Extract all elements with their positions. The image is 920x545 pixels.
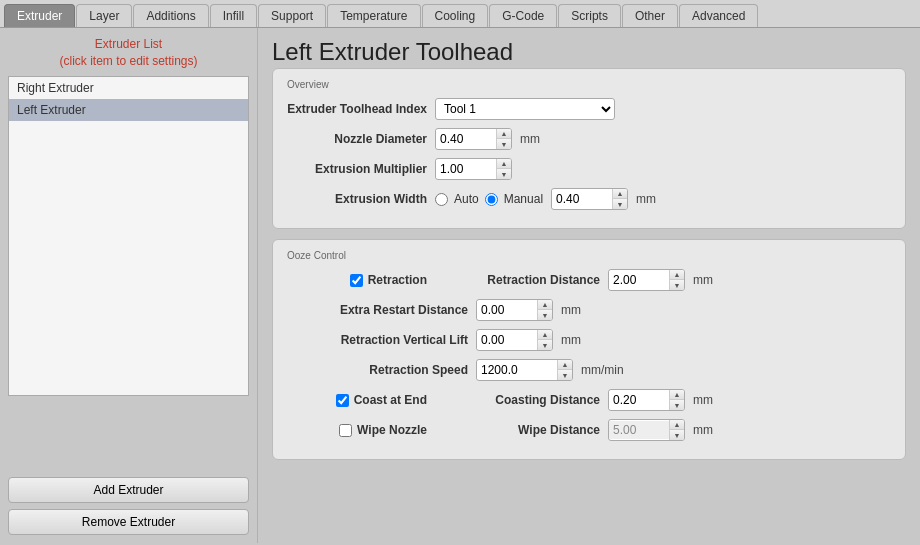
extruder-item-left[interactable]: Left Extruder xyxy=(9,99,248,121)
extrusion-width-label: Extrusion Width xyxy=(287,192,427,206)
coasting-distance-spinners: ▲ ▼ xyxy=(669,390,684,410)
retraction-checkbox[interactable] xyxy=(350,274,363,287)
tab-gcode[interactable]: G-Code xyxy=(489,4,557,27)
coasting-distance-up[interactable]: ▲ xyxy=(670,390,684,400)
retraction-row: Retraction Retraction Distance ▲ ▼ mm xyxy=(287,269,891,291)
toolhead-index-row: Extruder Toolhead Index Tool 1 Tool 2 xyxy=(287,98,891,120)
nozzle-diameter-label: Nozzle Diameter xyxy=(287,132,427,146)
tab-additions[interactable]: Additions xyxy=(133,4,208,27)
extrusion-multiplier-down[interactable]: ▼ xyxy=(497,169,511,179)
retraction-speed-input[interactable] xyxy=(477,361,557,379)
manual-radio[interactable] xyxy=(485,193,498,206)
tab-cooling[interactable]: Cooling xyxy=(422,4,489,27)
retraction-distance-up[interactable]: ▲ xyxy=(670,270,684,280)
coasting-distance-down[interactable]: ▼ xyxy=(670,400,684,410)
auto-radio[interactable] xyxy=(435,193,448,206)
add-extruder-button[interactable]: Add Extruder xyxy=(8,477,249,503)
nozzle-diameter-input[interactable] xyxy=(436,130,496,148)
wipe-nozzle-row: Wipe Nozzle Wipe Distance ▲ ▼ mm xyxy=(287,419,891,441)
retraction-speed-unit: mm/min xyxy=(581,363,624,377)
tab-advanced[interactable]: Advanced xyxy=(679,4,758,27)
wipe-distance-spinners: ▲ ▼ xyxy=(669,420,684,440)
extrusion-width-radio-group: Auto Manual xyxy=(435,192,543,206)
wipe-distance-up[interactable]: ▲ xyxy=(670,420,684,430)
extrusion-width-row: Extrusion Width Auto Manual ▲ ▼ mm xyxy=(287,188,891,210)
sidebar-buttons: Add Extruder Remove Extruder xyxy=(8,477,249,535)
retraction-distance-input[interactable] xyxy=(609,271,669,289)
retraction-vertical-unit: mm xyxy=(561,333,581,347)
retraction-speed-down[interactable]: ▼ xyxy=(558,370,572,380)
nozzle-diameter-spinners: ▲ ▼ xyxy=(496,129,511,149)
sidebar-subtitle: (click item to edit settings) xyxy=(8,53,249,70)
extrusion-multiplier-row: Extrusion Multiplier ▲ ▼ xyxy=(287,158,891,180)
retraction-vertical-up[interactable]: ▲ xyxy=(538,330,552,340)
wipe-distance-label: Wipe Distance xyxy=(435,423,600,437)
toolhead-index-label: Extruder Toolhead Index xyxy=(287,102,427,116)
retraction-checkbox-label[interactable]: Retraction xyxy=(287,273,427,287)
extra-restart-up[interactable]: ▲ xyxy=(538,300,552,310)
coasting-distance-input[interactable] xyxy=(609,391,669,409)
wipe-nozzle-checkbox[interactable] xyxy=(339,424,352,437)
extrusion-width-input-wrapper: ▲ ▼ xyxy=(551,188,628,210)
extra-restart-input[interactable] xyxy=(477,301,537,319)
nozzle-diameter-unit: mm xyxy=(520,132,540,146)
extrusion-width-down[interactable]: ▼ xyxy=(613,199,627,209)
extrusion-multiplier-label: Extrusion Multiplier xyxy=(287,162,427,176)
coast-at-end-row: Coast at End Coasting Distance ▲ ▼ mm xyxy=(287,389,891,411)
retraction-vertical-down[interactable]: ▼ xyxy=(538,340,552,350)
wipe-distance-input[interactable] xyxy=(609,421,669,439)
retraction-speed-up[interactable]: ▲ xyxy=(558,360,572,370)
wipe-distance-down[interactable]: ▼ xyxy=(670,430,684,440)
wipe-distance-wrapper: ▲ ▼ xyxy=(608,419,685,441)
tab-temperature[interactable]: Temperature xyxy=(327,4,420,27)
coasting-distance-wrapper: ▲ ▼ xyxy=(608,389,685,411)
nozzle-diameter-input-wrapper: ▲ ▼ xyxy=(435,128,512,150)
extruder-item-right[interactable]: Right Extruder xyxy=(9,77,248,99)
coast-at-end-checkbox[interactable] xyxy=(336,394,349,407)
retraction-vertical-spinners: ▲ ▼ xyxy=(537,330,552,350)
extruder-list: Right Extruder Left Extruder xyxy=(8,76,249,396)
coasting-distance-label: Coasting Distance xyxy=(435,393,600,407)
retraction-vertical-label: Retraction Vertical Lift xyxy=(303,333,468,347)
extra-restart-label: Extra Restart Distance xyxy=(303,303,468,317)
extrusion-multiplier-up[interactable]: ▲ xyxy=(497,159,511,169)
tab-extruder[interactable]: Extruder xyxy=(4,4,75,27)
tab-scripts[interactable]: Scripts xyxy=(558,4,621,27)
overview-label: Overview xyxy=(287,79,891,90)
page-title: Left Extruder Toolhead xyxy=(272,38,906,66)
retraction-vertical-wrapper: ▲ ▼ xyxy=(476,329,553,351)
ooze-control-section: Ooze Control Retraction Retraction Dista… xyxy=(272,239,906,460)
coast-at-end-checkbox-label[interactable]: Coast at End xyxy=(287,393,427,407)
extrusion-width-unit: mm xyxy=(636,192,656,206)
remove-extruder-button[interactable]: Remove Extruder xyxy=(8,509,249,535)
coasting-distance-unit: mm xyxy=(693,393,713,407)
retraction-vertical-input[interactable] xyxy=(477,331,537,349)
tab-infill[interactable]: Infill xyxy=(210,4,257,27)
retraction-speed-label: Retraction Speed xyxy=(303,363,468,377)
retraction-distance-wrapper: ▲ ▼ xyxy=(608,269,685,291)
extrusion-multiplier-input-wrapper: ▲ ▼ xyxy=(435,158,512,180)
wipe-nozzle-label: Wipe Nozzle xyxy=(357,423,427,437)
wipe-distance-unit: mm xyxy=(693,423,713,437)
retraction-vertical-row: Retraction Vertical Lift ▲ ▼ mm xyxy=(287,329,891,351)
nozzle-diameter-down[interactable]: ▼ xyxy=(497,139,511,149)
extra-restart-row: Extra Restart Distance ▲ ▼ mm xyxy=(287,299,891,321)
wipe-nozzle-checkbox-label[interactable]: Wipe Nozzle xyxy=(287,423,427,437)
extra-restart-down[interactable]: ▼ xyxy=(538,310,552,320)
retraction-speed-row: Retraction Speed ▲ ▼ mm/min xyxy=(287,359,891,381)
extrusion-width-spinners: ▲ ▼ xyxy=(612,189,627,209)
tab-support[interactable]: Support xyxy=(258,4,326,27)
tab-other[interactable]: Other xyxy=(622,4,678,27)
retraction-distance-spinners: ▲ ▼ xyxy=(669,270,684,290)
toolhead-index-select[interactable]: Tool 1 Tool 2 xyxy=(435,98,615,120)
auto-label: Auto xyxy=(454,192,479,206)
extrusion-width-input[interactable] xyxy=(552,190,612,208)
sidebar-title: Extruder List (click item to edit settin… xyxy=(8,36,249,70)
extra-restart-unit: mm xyxy=(561,303,581,317)
retraction-distance-unit: mm xyxy=(693,273,713,287)
nozzle-diameter-up[interactable]: ▲ xyxy=(497,129,511,139)
tab-layer[interactable]: Layer xyxy=(76,4,132,27)
extrusion-width-up[interactable]: ▲ xyxy=(613,189,627,199)
retraction-distance-down[interactable]: ▼ xyxy=(670,280,684,290)
extrusion-multiplier-input[interactable] xyxy=(436,160,496,178)
